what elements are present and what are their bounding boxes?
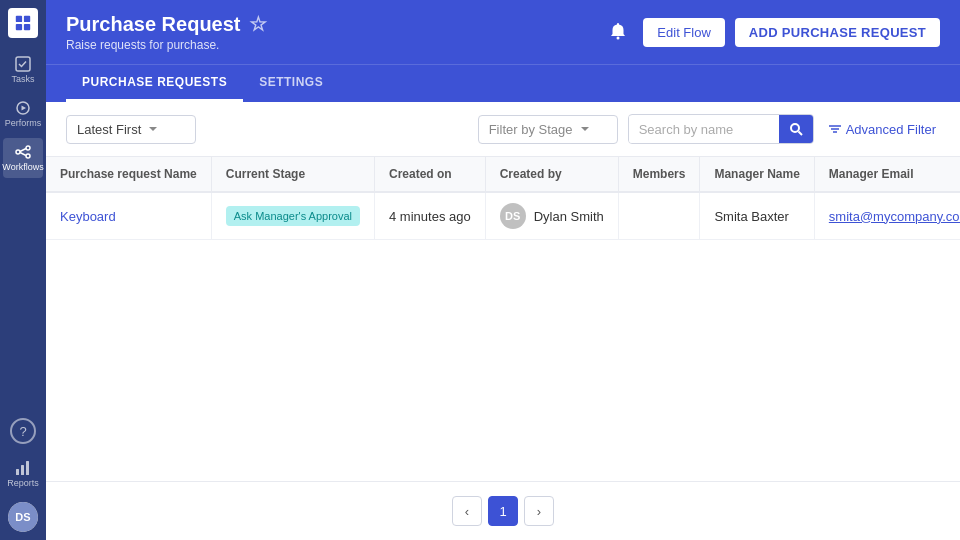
filter-stage-dropdown[interactable]: Filter by Stage xyxy=(478,115,618,144)
svg-point-8 xyxy=(26,146,30,150)
purchase-request-table: Purchase request Name Current Stage Crea… xyxy=(46,157,960,240)
header-left: Purchase Request ☆ Raise requests for pu… xyxy=(66,12,267,52)
svg-rect-12 xyxy=(16,469,19,475)
sidebar-item-performs[interactable]: Performs xyxy=(3,94,43,134)
notifications-button[interactable] xyxy=(603,16,633,49)
svg-rect-13 xyxy=(21,465,24,475)
sort-dropdown[interactable]: Latest First xyxy=(66,115,196,144)
cell-created-by: DS Dylan Smith xyxy=(485,192,618,240)
col-members: Members xyxy=(618,157,700,192)
add-purchase-request-button[interactable]: ADD PURCHASE REQUEST xyxy=(735,18,940,47)
cell-stage: Ask Manager's Approval xyxy=(211,192,374,240)
cell-request-name: Keyboard xyxy=(46,192,211,240)
table-row: Keyboard Ask Manager's Approval 4 minute… xyxy=(46,192,960,240)
svg-point-15 xyxy=(617,36,620,39)
tab-settings[interactable]: SETTINGS xyxy=(243,65,339,102)
col-created-on: Created on xyxy=(375,157,486,192)
favorite-icon[interactable]: ☆ xyxy=(249,12,267,36)
svg-rect-3 xyxy=(24,24,30,30)
search-button[interactable] xyxy=(779,115,813,143)
svg-marker-6 xyxy=(22,106,27,111)
svg-point-16 xyxy=(791,124,799,132)
svg-rect-0 xyxy=(16,16,22,22)
search-box[interactable] xyxy=(628,114,814,144)
creator-name: Dylan Smith xyxy=(534,209,604,224)
page-header: Purchase Request ☆ Raise requests for pu… xyxy=(46,0,960,64)
page-title: Purchase Request xyxy=(66,13,241,36)
page-subtitle: Raise requests for purchase. xyxy=(66,38,267,52)
svg-line-17 xyxy=(798,132,802,136)
manager-email-link[interactable]: smita@mycompany.com xyxy=(829,209,960,224)
sidebar: Tasks Performs Workflows ? Reports xyxy=(0,0,46,540)
creator-avatar: DS xyxy=(500,203,526,229)
pagination-prev[interactable]: ‹ xyxy=(452,496,482,526)
advanced-filter-button[interactable]: Advanced Filter xyxy=(824,116,940,143)
tab-bar: PURCHASE REQUESTS SETTINGS xyxy=(46,64,960,102)
sidebar-item-reports[interactable]: Reports xyxy=(3,454,43,494)
app-logo[interactable] xyxy=(8,8,38,38)
data-table-container: Purchase request Name Current Stage Crea… xyxy=(46,157,960,481)
sidebar-item-workflows[interactable]: Workflows xyxy=(3,138,43,178)
col-manager-email: Manager Email xyxy=(814,157,960,192)
main-content: Purchase Request ☆ Raise requests for pu… xyxy=(46,0,960,540)
stage-badge: Ask Manager's Approval xyxy=(226,206,360,226)
svg-rect-1 xyxy=(24,16,30,22)
col-stage: Current Stage xyxy=(211,157,374,192)
svg-rect-14 xyxy=(26,461,29,475)
col-created-by: Created by xyxy=(485,157,618,192)
sidebar-item-tasks[interactable]: Tasks xyxy=(3,50,43,90)
edit-flow-button[interactable]: Edit Flow xyxy=(643,18,724,47)
pagination-page-1[interactable]: 1 xyxy=(488,496,518,526)
svg-point-9 xyxy=(26,154,30,158)
tab-purchase-requests[interactable]: PURCHASE REQUESTS xyxy=(66,65,243,102)
request-name-link[interactable]: Keyboard xyxy=(60,209,116,224)
header-actions: Edit Flow ADD PURCHASE REQUEST xyxy=(603,16,940,49)
pagination-next[interactable]: › xyxy=(524,496,554,526)
search-input[interactable] xyxy=(629,116,779,143)
help-icon[interactable]: ? xyxy=(10,418,36,444)
svg-line-10 xyxy=(20,149,26,152)
cell-created-on: 4 minutes ago xyxy=(375,192,486,240)
table-header-row: Purchase request Name Current Stage Crea… xyxy=(46,157,960,192)
user-avatar[interactable]: DS xyxy=(8,502,38,532)
svg-line-11 xyxy=(20,153,26,156)
col-manager-name: Manager Name xyxy=(700,157,814,192)
svg-rect-2 xyxy=(16,24,22,30)
svg-point-7 xyxy=(16,150,20,154)
cell-manager-email: smita@mycompany.com xyxy=(814,192,960,240)
col-name: Purchase request Name xyxy=(46,157,211,192)
created-by-cell: DS Dylan Smith xyxy=(500,203,604,229)
page-title-row: Purchase Request ☆ xyxy=(66,12,267,36)
toolbar: Latest First Filter by Stage Advanced xyxy=(46,102,960,157)
cell-members xyxy=(618,192,700,240)
cell-manager-name: Smita Baxter xyxy=(700,192,814,240)
sidebar-bottom: ? Reports DS xyxy=(3,418,43,532)
pagination: ‹ 1 › xyxy=(46,481,960,540)
